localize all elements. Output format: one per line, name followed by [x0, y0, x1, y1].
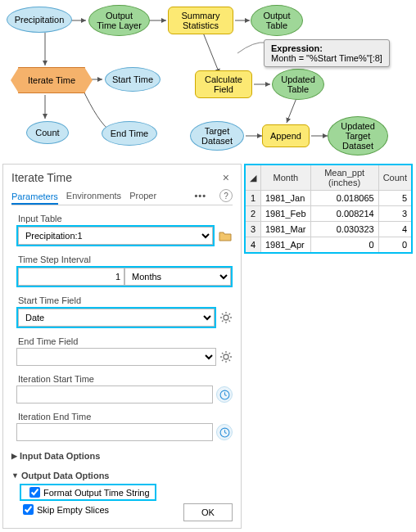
- node-append[interactable]: Append: [262, 124, 310, 147]
- node-label: Updated Target Dataset: [341, 121, 375, 151]
- node-label: Calculate Field: [205, 74, 242, 94]
- tab-properties[interactable]: Proper: [129, 189, 156, 202]
- expression-tooltip: Expression: Month = "%Start Time%"[:8]: [264, 39, 390, 67]
- panel-tabs: Parameters Environments Proper ••• ?: [11, 189, 233, 205]
- browse-folder-icon[interactable]: [218, 228, 233, 243]
- node-label: Iterate Time: [28, 75, 75, 85]
- gear-icon[interactable]: [219, 350, 233, 363]
- clock-icon[interactable]: [216, 386, 233, 403]
- caret-down-icon: ▼: [11, 471, 19, 480]
- end-time-field-select[interactable]: [16, 348, 216, 366]
- clock-icon[interactable]: [216, 424, 233, 440]
- caret-right-icon: ▶: [11, 452, 17, 460]
- iteration-start-label: Iteration Start Time: [11, 374, 233, 384]
- close-button[interactable]: ×: [219, 171, 233, 184]
- cell-month: 1981_Jan: [261, 191, 311, 206]
- node-output-table[interactable]: Output Table: [251, 5, 303, 36]
- node-label: Count: [35, 128, 59, 138]
- node-precipitation[interactable]: Precipitation: [7, 7, 72, 33]
- node-updated-target-dataset[interactable]: Updated Target Dataset: [328, 116, 388, 156]
- node-count[interactable]: Count: [26, 121, 69, 144]
- ok-button[interactable]: OK: [183, 503, 233, 521]
- cell-mean: 0.018065: [310, 191, 378, 206]
- tabs-overflow[interactable]: •••: [194, 191, 206, 201]
- skip-empty-checkbox[interactable]: [23, 504, 34, 515]
- node-summary-statistics[interactable]: Summary Statistics: [168, 7, 233, 34]
- section-label: Output Data Options: [21, 471, 110, 480]
- input-table-select[interactable]: Precipitation:1: [18, 227, 213, 245]
- table-row[interactable]: 1 1981_Jan 0.018065 5: [245, 191, 412, 206]
- iteration-end-input[interactable]: [16, 423, 213, 441]
- svg-line-16: [222, 313, 224, 315]
- tab-parameters[interactable]: Parameters: [11, 190, 58, 205]
- col-mean[interactable]: Mean_ppt (inches): [310, 165, 378, 191]
- node-start-time[interactable]: Start Time: [105, 67, 161, 92]
- input-data-options-section[interactable]: ▶Input Data Options: [11, 451, 233, 461]
- cell-count: 3: [378, 206, 412, 222]
- cell-count: 4: [378, 222, 412, 237]
- start-time-field-label: Start Time Field: [11, 295, 233, 305]
- iteration-start-input[interactable]: [16, 385, 213, 404]
- format-output-checkbox[interactable]: [29, 487, 40, 498]
- input-table-label: Input Table: [11, 214, 233, 223]
- svg-line-18: [222, 321, 224, 322]
- skip-empty-label: Skip Empty Slices: [37, 505, 109, 515]
- svg-line-34: [224, 432, 226, 433]
- node-target-dataset[interactable]: Target Dataset: [190, 121, 244, 151]
- tooltip-body: Month = "%Start Time%"[:8]: [271, 53, 382, 63]
- cell-month: 1981_Mar: [261, 222, 311, 237]
- cell-mean: 0.030323: [310, 222, 378, 237]
- svg-line-26: [229, 360, 231, 362]
- node-label: Output Table: [263, 11, 290, 30]
- end-time-field-label: End Time Field: [11, 336, 233, 346]
- section-label: Input Data Options: [20, 451, 100, 461]
- svg-line-19: [229, 313, 231, 315]
- svg-line-31: [224, 394, 226, 395]
- table-row[interactable]: 2 1981_Feb 0.008214 3: [245, 206, 412, 222]
- node-output-time-layer[interactable]: Output Time Layer: [88, 5, 150, 36]
- table-row[interactable]: 4 1981_Apr 0 0: [245, 237, 412, 254]
- svg-point-11: [224, 315, 228, 320]
- cell-mean: 0.008214: [310, 206, 378, 222]
- cell-month: 1981_Feb: [261, 206, 311, 222]
- node-label: Append: [270, 131, 301, 141]
- svg-line-17: [229, 321, 231, 322]
- time-step-label: Time Step Interval: [11, 255, 233, 264]
- iterate-time-panel: Iterate Time × Parameters Environments P…: [2, 164, 242, 529]
- start-time-field-select[interactable]: Date: [18, 309, 215, 327]
- results-table: ◢ Month Mean_ppt (inches) Count 1 1981_J…: [244, 164, 413, 254]
- row-number: 4: [245, 237, 261, 254]
- table-corner[interactable]: ◢: [245, 165, 261, 191]
- node-updated-table[interactable]: Updated Table: [272, 69, 324, 100]
- cell-count: 5: [378, 191, 412, 206]
- svg-line-9: [287, 98, 296, 123]
- svg-line-5: [203, 33, 219, 74]
- node-iterate-time[interactable]: Iterate Time: [18, 67, 85, 93]
- col-count[interactable]: Count: [378, 165, 412, 191]
- format-output-label: Format Output Time String: [43, 488, 150, 498]
- table-row[interactable]: 3 1981_Mar 0.030323 4: [245, 222, 412, 237]
- row-number: 2: [245, 206, 261, 222]
- help-icon[interactable]: ?: [219, 189, 233, 202]
- tab-environments[interactable]: Environments: [66, 189, 121, 202]
- svg-line-25: [222, 353, 224, 354]
- node-label: Output Time Layer: [97, 11, 142, 30]
- row-number: 1: [245, 191, 261, 206]
- cell-count: 0: [378, 237, 412, 254]
- time-step-number-input[interactable]: [18, 268, 124, 286]
- row-number: 3: [245, 222, 261, 237]
- node-label: Precipitation: [15, 15, 65, 25]
- iteration-end-label: Iteration End Time: [11, 412, 233, 422]
- node-calculate-field[interactable]: Calculate Field: [195, 70, 252, 98]
- svg-point-20: [224, 354, 228, 359]
- svg-line-27: [222, 360, 224, 362]
- panel-title: Iterate Time: [11, 171, 72, 184]
- output-data-options-section[interactable]: ▼Output Data Options: [11, 471, 233, 480]
- col-month[interactable]: Month: [261, 165, 311, 191]
- svg-line-28: [229, 353, 231, 354]
- tooltip-title: Expression:: [271, 43, 382, 53]
- cell-month: 1981_Apr: [261, 237, 311, 254]
- gear-icon[interactable]: [219, 311, 233, 324]
- node-end-time[interactable]: End Time: [102, 121, 157, 146]
- time-step-unit-select[interactable]: Months: [124, 268, 231, 286]
